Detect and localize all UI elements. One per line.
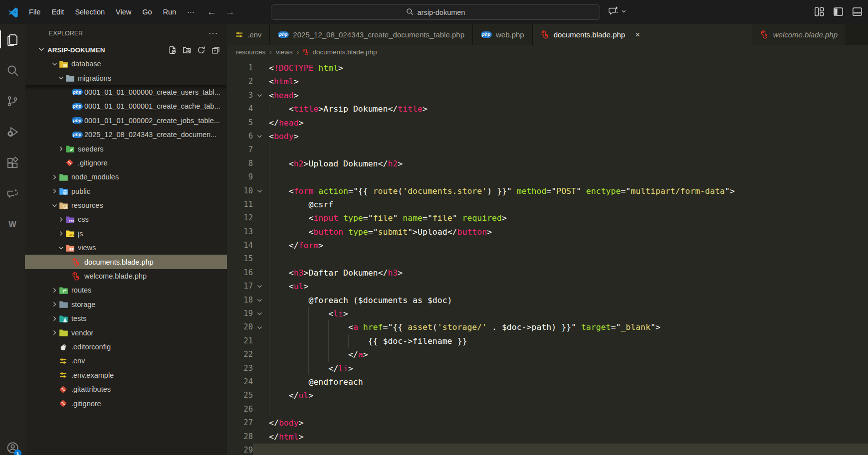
new-folder-button[interactable] <box>183 46 191 54</box>
fold-toggle-icon[interactable] <box>253 130 266 143</box>
activitybar-extensions-icon[interactable] <box>0 148 25 178</box>
code-line-9[interactable]: 9 <box>227 170 868 184</box>
explorer-more-actions-button[interactable]: ··· <box>209 29 218 38</box>
code-line-1[interactable]: 1<!DOCTYPE html> <box>227 61 868 75</box>
code-line-17[interactable]: 17<ul> <box>227 280 868 293</box>
tree-item-0001-01-01-000001-create-cache-tab[interactable]: php0001_01_01_000001_create_cache_tab... <box>25 99 227 113</box>
tree-item-gitignore[interactable]: .gitignore <box>25 396 227 410</box>
tree-item-editorconfig[interactable]: .editorconfig <box>25 340 227 354</box>
code-line-7[interactable]: 7 <box>227 143 868 156</box>
chevron-right-icon[interactable] <box>50 301 59 307</box>
tree-item-documents-blade-php[interactable]: documents.blade.php <box>25 255 227 269</box>
code-line-11[interactable]: 11@csrf <box>227 198 868 211</box>
menu-go[interactable]: Go <box>137 8 157 16</box>
chevron-right-icon[interactable] <box>50 188 59 194</box>
menu-run[interactable]: Run <box>158 8 182 16</box>
activitybar-search-icon[interactable] <box>0 55 25 86</box>
fold-toggle-icon[interactable] <box>253 280 266 293</box>
chevron-right-icon[interactable] <box>50 315 59 322</box>
tree-item-js[interactable]: JSjs <box>25 227 227 241</box>
command-center-search[interactable]: arsip-dokumen <box>271 4 600 20</box>
tree-item-0001-01-01-000000-create-users-tabl[interactable]: php0001_01_01_000000_create_users_tabl..… <box>25 85 227 99</box>
chevron-right-icon[interactable] <box>50 174 59 180</box>
code-line-18[interactable]: 18@foreach ($documents as $doc) <box>227 294 868 307</box>
tab-welcome-blade-php[interactable]: welcome.blade.php <box>752 24 846 45</box>
tree-item-migrations[interactable]: migrations <box>25 71 227 85</box>
code-line-22[interactable]: 22</a> <box>227 348 868 361</box>
tree-item-views[interactable]: views <box>25 241 227 255</box>
forward-arrow-button[interactable]: → <box>225 6 235 17</box>
menu-selection[interactable]: Selection <box>69 8 110 16</box>
code-line-13[interactable]: 13<button type="submit">Upload</button> <box>227 225 868 239</box>
tree-item-0001-01-01-000002-create-jobs-table[interactable]: php0001_01_01_000002_create_jobs_table..… <box>25 114 227 128</box>
code-line-3[interactable]: 3<head> <box>227 89 868 102</box>
code-line-12[interactable]: 12<input type="file" name="file" require… <box>227 211 868 225</box>
chevron-right-icon[interactable] <box>50 329 59 336</box>
fold-toggle-icon[interactable] <box>253 184 266 198</box>
tree-item-env[interactable]: .env <box>25 354 227 368</box>
tree-item-public[interactable]: public <box>25 184 227 198</box>
account-icon[interactable]: 1 <box>0 436 25 455</box>
code-line-28[interactable]: 28</html> <box>227 430 868 444</box>
activitybar-w-extension-icon[interactable]: W <box>0 209 25 240</box>
code-line-6[interactable]: 6<body> <box>227 130 868 143</box>
tree-item-storage[interactable]: storage <box>25 298 227 311</box>
code-line-4[interactable]: 4<title>Arsip Dokumen</title> <box>227 102 868 116</box>
fold-toggle-icon[interactable] <box>253 294 266 307</box>
tree-item-routes[interactable]: routes <box>25 283 227 297</box>
fold-toggle-icon[interactable] <box>253 89 266 102</box>
breadcrumb-item-documents-blade-php[interactable]: documents.blade.php <box>303 48 377 56</box>
breadcrumb-item-views[interactable]: views <box>276 48 293 56</box>
tree-item-env-example[interactable]: .env.example <box>25 368 227 382</box>
code-line-16[interactable]: 16<h3>Daftar Dokumen</h3> <box>227 266 868 280</box>
code-line-23[interactable]: 23</li> <box>227 362 868 375</box>
chevron-right-icon[interactable] <box>50 287 59 294</box>
fold-toggle-icon[interactable] <box>253 307 266 320</box>
tab-2025-12-08-024343-create-documents-table-php[interactable]: php2025_12_08_024343_create_documents_ta… <box>270 24 473 45</box>
code-line-25[interactable]: 25</ul> <box>227 389 868 402</box>
tree-item-vendor[interactable]: vendor <box>25 325 227 339</box>
code-line-29[interactable]: 29 <box>227 444 868 455</box>
tree-item-database[interactable]: database <box>25 57 227 71</box>
breadcrumb-item-resources[interactable]: resources <box>236 48 265 56</box>
tree-item-gitignore[interactable]: .gitignore <box>25 156 227 170</box>
tree-item-gitattributes[interactable]: .gitattributes <box>25 382 227 396</box>
close-tab-icon[interactable]: × <box>635 30 640 39</box>
code-line-27[interactable]: 27</body> <box>227 416 868 430</box>
chevron-right-icon[interactable] <box>56 146 65 152</box>
code-line-10[interactable]: 10<form action="{{ route('documents.stor… <box>227 184 868 198</box>
tab-env[interactable]: .env <box>227 24 270 45</box>
code-line-8[interactable]: 8<h2>Upload Dokumen</h2> <box>227 157 868 170</box>
copilot-chat-button[interactable] <box>608 5 627 16</box>
menu-file[interactable]: File <box>23 8 46 16</box>
activitybar-explorer-icon[interactable] <box>0 24 25 55</box>
tree-item-seeders[interactable]: seeders <box>25 142 227 155</box>
code-line-19[interactable]: 19<li> <box>227 307 868 320</box>
code-line-21[interactable]: 21{{ $doc->filename }} <box>227 334 868 348</box>
menu-edit[interactable]: Edit <box>46 8 69 16</box>
chevron-down-icon[interactable] <box>50 202 59 209</box>
tree-item-2025-12-08-024343-create-documen[interactable]: php2025_12_08_024343_create_documen... <box>25 128 227 142</box>
code-line-24[interactable]: 24@endforeach <box>227 375 868 389</box>
fold-toggle-icon[interactable] <box>253 320 266 334</box>
toggle-panel-button[interactable] <box>852 6 863 19</box>
chevron-down-icon[interactable] <box>56 245 65 251</box>
customize-layout-button[interactable] <box>814 6 825 19</box>
code-line-2[interactable]: 2<html> <box>227 75 868 88</box>
toggle-sidebar-button[interactable] <box>833 6 844 19</box>
chevron-down-icon[interactable] <box>50 61 59 67</box>
tab-web-php[interactable]: phpweb.php <box>473 24 533 45</box>
collapse-all-button[interactable] <box>212 46 220 54</box>
code-line-15[interactable]: 15 <box>227 252 868 266</box>
back-arrow-button[interactable]: ← <box>207 6 217 17</box>
code-editor[interactable]: 1<!DOCTYPE html>2<html>3<head>4<title>Ar… <box>227 59 868 455</box>
new-file-button[interactable] <box>168 46 177 54</box>
tree-item-tests[interactable]: tests <box>25 311 227 325</box>
refresh-button[interactable] <box>197 46 206 54</box>
code-line-20[interactable]: 20<a href="{{ asset('storage/' . $doc->p… <box>227 320 868 334</box>
tree-item-css[interactable]: csscss <box>25 212 227 226</box>
menu-view[interactable]: View <box>110 8 137 16</box>
code-line-5[interactable]: 5</head> <box>227 116 868 130</box>
tab-documents-blade-php[interactable]: documents.blade.php× <box>533 24 752 45</box>
activitybar-run-debug-icon[interactable] <box>0 117 25 148</box>
